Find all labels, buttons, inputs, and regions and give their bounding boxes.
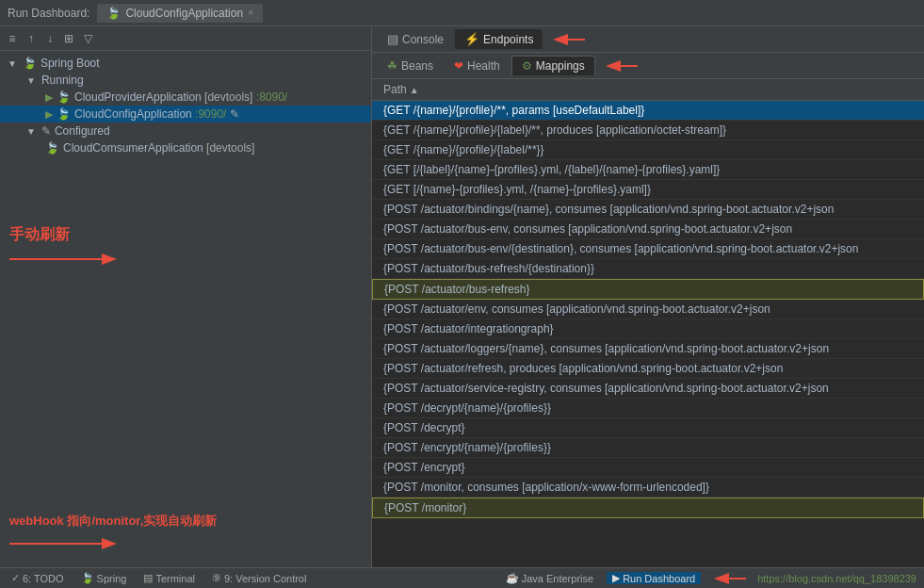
table-row[interactable]: {POST /monitor}: [372, 498, 924, 518]
configured-icon: ✎: [41, 124, 51, 138]
terminal-label: Terminal: [155, 573, 195, 584]
path-column-header: Path: [383, 83, 407, 96]
toolbar-icon-3[interactable]: ↓: [42, 31, 57, 46]
tree-item-cloud-config[interactable]: ▶ 🍃 CloudConfigApplication :9090/ ✎: [0, 106, 371, 122]
table-row[interactable]: {POST /actuator/refresh, produces [appli…: [372, 359, 924, 379]
status-todo[interactable]: ✓ 6: TODO: [8, 572, 68, 584]
tree-item-cloud-provider[interactable]: ▶ 🍃 CloudProviderApplication [devtools] …: [0, 89, 371, 106]
active-tab[interactable]: 🍃 CloudConfigApplication ×: [97, 4, 263, 23]
toolbar-icon-1[interactable]: ≡: [5, 31, 20, 46]
sidebar: ≡ ↑ ↓ ⊞ ▽ ▼ 🍃 Spring Boot ▼ Running: [0, 26, 372, 567]
main-tabs: ▤ Console ⚡ Endpoints: [372, 26, 924, 53]
sidebar-tree: ▼ 🍃 Spring Boot ▼ Running ▶ 🍃 CloudProvi…: [0, 51, 371, 567]
table-row[interactable]: {POST /encrypt/{name}/{profiles}}: [372, 438, 924, 458]
tab-endpoints[interactable]: ⚡ Endpoints: [455, 29, 543, 49]
mappings-label: Mappings: [536, 59, 585, 73]
beans-icon: ☘: [387, 59, 397, 73]
table-row[interactable]: {POST /decrypt}: [372, 418, 924, 438]
spring-status-icon: 🍃: [81, 572, 94, 584]
status-url[interactable]: https://blog.csdn.net/qq_18398239: [757, 573, 916, 584]
table-row[interactable]: {POST /actuator/env, consumes [applicati…: [372, 300, 924, 319]
terminal-icon: ▤: [143, 572, 153, 584]
endpoints-icon: ⚡: [464, 32, 479, 46]
subtab-mappings[interactable]: ⚙ Mappings: [511, 56, 595, 75]
table-row[interactable]: {POST /actuator/bus-env/{destination}, c…: [372, 239, 924, 259]
run-icon-provider: ▶: [45, 91, 53, 104]
table-row[interactable]: {GET /{name}/{profile}/**, params [useDe…: [372, 101, 924, 121]
todo-icon: ✓: [11, 572, 20, 584]
todo-label: 6: TODO: [23, 573, 64, 584]
cloud-provider-icon: 🍃: [57, 90, 71, 104]
sort-arrow-icon[interactable]: ▲: [410, 85, 419, 95]
table-row[interactable]: {POST /actuator/bus-refresh/{destination…: [372, 259, 924, 279]
status-java-enterprise[interactable]: ☕ Java Enterprise: [502, 572, 597, 584]
mappings-icon: ⚙: [522, 59, 532, 73]
beans-label: Beans: [401, 59, 433, 73]
tab-console[interactable]: ▤ Console: [378, 29, 453, 49]
subtab-health[interactable]: ❤ Health: [445, 57, 510, 75]
table-row[interactable]: {GET /{name}/{profile}/{label}/**, produ…: [372, 121, 924, 140]
spring-label: Spring: [97, 573, 127, 584]
table-row[interactable]: {GET [/{name}-{profiles}.yml, /{name}-{p…: [372, 180, 924, 200]
configured-label: Configured: [55, 124, 110, 138]
java-enterprise-label: Java Enterprise: [522, 573, 593, 584]
running-label: Running: [41, 74, 84, 87]
close-tab-icon[interactable]: ×: [248, 8, 253, 18]
console-label: Console: [402, 33, 444, 46]
tree-item-configured[interactable]: ▼ ✎ Configured: [0, 122, 371, 139]
status-terminal[interactable]: ▤ Terminal: [139, 572, 199, 584]
run-dashboard-label: Run Dashboard:: [8, 7, 89, 20]
java-enterprise-icon: ☕: [506, 572, 519, 584]
toolbar-icon-4[interactable]: ⊞: [61, 31, 76, 46]
run-dashboard-icon: ▶: [612, 572, 620, 584]
table-row[interactable]: {GET [/{label}/{name}-{profiles}.yml, /{…: [372, 160, 924, 180]
toolbar-icon-2[interactable]: ↑: [24, 31, 39, 46]
tree-label-cloud-config: CloudConfigApplication :9090/ ✎: [74, 107, 239, 121]
subtabs: ☘ Beans ❤ Health ⚙ Mappings: [372, 53, 924, 79]
sidebar-toolbar: ≡ ↑ ↓ ⊞ ▽: [0, 26, 371, 51]
run-dashboard-status-label: Run Dashboard: [623, 573, 695, 584]
spring-boot-icon: 🍃: [23, 57, 37, 70]
table-row[interactable]: {POST /actuator/service-registry, consum…: [372, 379, 924, 399]
table-row[interactable]: {POST /actuator/bus-env, consumes [appli…: [372, 220, 924, 239]
endpoints-label: Endpoints: [483, 33, 533, 46]
top-bar: Run Dashboard: 🍃 CloudConfigApplication …: [0, 0, 924, 26]
run-icon-config: ▶: [45, 108, 53, 121]
tree-item-spring-boot[interactable]: ▼ 🍃 Spring Boot: [0, 55, 371, 72]
annotation-manual-refresh: 手动刷新: [9, 225, 122, 245]
toolbar-icon-5[interactable]: ▽: [80, 31, 95, 46]
tree-label-spring-boot: Spring Boot: [41, 57, 100, 70]
version-control-label: 9: Version Control: [224, 573, 306, 584]
status-spring[interactable]: 🍃 Spring: [77, 572, 131, 584]
table-row[interactable]: {POST /actuator/integrationgraph}: [372, 319, 924, 339]
console-icon: ▤: [387, 32, 398, 46]
table-row[interactable]: {POST /monitor, consumes [application/x-…: [372, 478, 924, 498]
tab-label: CloudConfigApplication: [125, 7, 243, 20]
tree-item-running[interactable]: ▼ Running: [0, 72, 371, 89]
table-header: Path ▲: [372, 79, 924, 101]
tree-label-cloud-consumer: CloudComsumerApplication [devtools]: [63, 141, 254, 155]
subtab-beans[interactable]: ☘ Beans: [378, 57, 443, 75]
version-control-icon: ⑨: [212, 572, 221, 584]
spring-icon: 🍃: [106, 7, 121, 20]
table-row[interactable]: {POST /actuator/loggers/{name}, consumes…: [372, 339, 924, 359]
health-label: Health: [467, 59, 500, 73]
right-panel: ▤ Console ⚡ Endpoints ☘ Beans: [372, 26, 924, 567]
tree-item-cloud-consumer[interactable]: 🍃 CloudComsumerApplication [devtools]: [0, 139, 371, 156]
table-row[interactable]: {GET /{name}/{profile}/{label/**}}: [372, 140, 924, 160]
table-row[interactable]: {POST /encrypt}: [372, 458, 924, 478]
table-row[interactable]: {POST /decrypt/{name}/{profiles}}: [372, 399, 924, 418]
cloud-consumer-icon: 🍃: [45, 141, 59, 155]
health-icon: ❤: [454, 59, 463, 73]
annotation-webhook: webHook 指向/monitor,实现自动刷新: [9, 513, 217, 530]
tree-label-cloud-provider: CloudProviderApplication [devtools] :809…: [74, 90, 287, 104]
status-run-dashboard[interactable]: ▶ Run Dashboard: [607, 572, 701, 584]
status-bar: ✓ 6: TODO 🍃 Spring ▤ Terminal ⑨ 9: Versi…: [0, 567, 924, 588]
cloud-config-icon: 🍃: [57, 107, 71, 121]
status-version-control[interactable]: ⑨ 9: Version Control: [208, 572, 310, 584]
table-row[interactable]: {POST /actuator/bindings/{name}, consume…: [372, 200, 924, 220]
table-body: {GET /{name}/{profile}/**, params [useDe…: [372, 101, 924, 567]
table-row[interactable]: {POST /actuator/bus-refresh}: [372, 279, 924, 300]
